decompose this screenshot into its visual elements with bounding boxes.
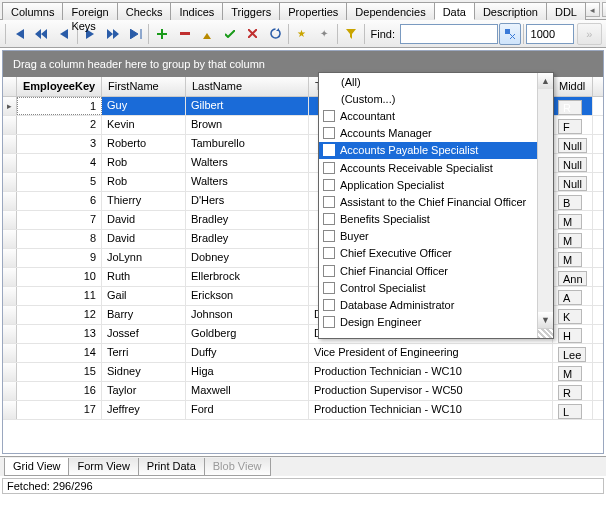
tab-properties[interactable]: Properties — [279, 2, 347, 20]
filter-option[interactable]: Design Engineer — [319, 314, 537, 331]
cell-middlename[interactable]: M — [553, 249, 593, 267]
cell-firstname[interactable]: Terri — [102, 344, 186, 362]
add-row-icon[interactable] — [151, 23, 173, 45]
nav-first-icon[interactable] — [8, 23, 30, 45]
cell-lastname[interactable]: Gilbert — [186, 97, 309, 115]
cell-employeekey[interactable]: 8 — [17, 230, 102, 248]
cell-middlename[interactable]: Lee — [553, 344, 593, 362]
cell-lastname[interactable]: Dobney — [186, 249, 309, 267]
cell-employeekey[interactable]: 7 — [17, 211, 102, 229]
filter-option[interactable]: Benefits Specialist — [319, 211, 537, 228]
scroll-up-icon[interactable]: ▲ — [538, 73, 553, 89]
tab-checks[interactable]: Checks — [117, 2, 172, 20]
cell-title[interactable]: Production Supervisor - WC50 — [309, 382, 553, 400]
find-options-icon[interactable] — [499, 23, 521, 45]
cell-employeekey[interactable]: 5 — [17, 173, 102, 191]
cell-middlename[interactable]: A — [553, 287, 593, 305]
filter-checkbox[interactable] — [323, 144, 335, 156]
cell-middlename[interactable]: M — [553, 363, 593, 381]
cell-employeekey[interactable]: 13 — [17, 325, 102, 343]
cell-middlename[interactable]: R — [553, 97, 593, 115]
cell-employeekey[interactable]: 6 — [17, 192, 102, 210]
cell-middlename[interactable]: K — [553, 306, 593, 324]
filter-option[interactable]: Database Administrator — [319, 296, 537, 313]
column-header-lastname[interactable]: LastName — [186, 77, 309, 96]
tab-foreign-keys[interactable]: Foreign Keys — [62, 2, 117, 20]
filter-checkbox[interactable] — [323, 316, 335, 328]
cell-lastname[interactable]: Walters — [186, 173, 309, 191]
cell-lastname[interactable]: D'Hers — [186, 192, 309, 210]
column-header-employeekey[interactable]: EmployeeKey — [17, 77, 102, 96]
cell-lastname[interactable]: Goldberg — [186, 325, 309, 343]
nav-last-icon[interactable] — [125, 23, 147, 45]
filter-option[interactable]: Chief Financial Officer — [319, 262, 537, 279]
table-row[interactable]: 14TerriDuffyVice President of Engineerin… — [3, 344, 603, 363]
filter-option[interactable]: Chief Executive Officer — [319, 245, 537, 262]
cell-employeekey[interactable]: 17 — [17, 401, 102, 419]
filter-checkbox[interactable] — [323, 196, 335, 208]
filter-option-special[interactable]: (All) — [319, 73, 537, 90]
bookmark-goto-icon[interactable]: ✦ — [313, 23, 335, 45]
cell-firstname[interactable]: Ruth — [102, 268, 186, 286]
tab-scroll-left[interactable]: ◂ — [585, 2, 600, 17]
cell-lastname[interactable]: Walters — [186, 154, 309, 172]
cell-middlename[interactable]: R — [553, 382, 593, 400]
filter-checkbox[interactable] — [323, 179, 335, 191]
cell-employeekey[interactable]: 3 — [17, 135, 102, 153]
filter-checkbox[interactable] — [323, 230, 335, 242]
cell-firstname[interactable]: JoLynn — [102, 249, 186, 267]
cell-lastname[interactable]: Bradley — [186, 230, 309, 248]
filter-checkbox[interactable] — [323, 282, 335, 294]
table-row[interactable]: 16TaylorMaxwellProduction Supervisor - W… — [3, 382, 603, 401]
filter-checkbox[interactable] — [323, 110, 335, 122]
nav-prev-page-icon[interactable] — [31, 23, 53, 45]
cell-employeekey[interactable]: 14 — [17, 344, 102, 362]
cell-employeekey[interactable]: 15 — [17, 363, 102, 381]
scroll-down-icon[interactable]: ▼ — [538, 312, 553, 328]
delete-row-icon[interactable] — [174, 23, 196, 45]
cell-title[interactable]: Production Technician - WC10 — [309, 363, 553, 381]
cell-lastname[interactable]: Brown — [186, 116, 309, 134]
table-row[interactable]: 17JeffreyFordProduction Technician - WC1… — [3, 401, 603, 420]
tab-columns[interactable]: Columns — [2, 2, 63, 20]
bottom-tab-print-data[interactable]: Print Data — [138, 458, 205, 476]
cell-firstname[interactable]: Jeffrey — [102, 401, 186, 419]
cell-employeekey[interactable]: 2 — [17, 116, 102, 134]
cell-employeekey[interactable]: 16 — [17, 382, 102, 400]
filter-option[interactable]: Control Specialist — [319, 279, 537, 296]
cell-title[interactable]: Production Technician - WC10 — [309, 401, 553, 419]
cell-firstname[interactable]: Kevin — [102, 116, 186, 134]
cell-lastname[interactable]: Higa — [186, 363, 309, 381]
cell-employeekey[interactable]: 12 — [17, 306, 102, 324]
tab-scroll-right[interactable]: ▸ — [602, 2, 606, 17]
cell-firstname[interactable]: Sidney — [102, 363, 186, 381]
column-header-middlename[interactable]: Middl — [553, 77, 593, 96]
cell-middlename[interactable]: Ann — [553, 268, 593, 286]
post-edit-icon[interactable] — [219, 23, 241, 45]
filter-checkbox[interactable] — [323, 213, 335, 225]
cell-firstname[interactable]: David — [102, 211, 186, 229]
cell-lastname[interactable]: Maxwell — [186, 382, 309, 400]
cell-lastname[interactable]: Bradley — [186, 211, 309, 229]
cell-middlename[interactable]: M — [553, 211, 593, 229]
table-row[interactable]: 15SidneyHigaProduction Technician - WC10… — [3, 363, 603, 382]
dropdown-scrollbar[interactable]: ▲ ▼ — [537, 73, 553, 338]
cell-middlename[interactable]: Null — [553, 173, 593, 191]
cell-employeekey[interactable]: 1 — [17, 97, 102, 115]
cell-employeekey[interactable]: 4 — [17, 154, 102, 172]
find-input[interactable] — [400, 24, 498, 44]
cell-lastname[interactable]: Ellerbrock — [186, 268, 309, 286]
cell-firstname[interactable]: Jossef — [102, 325, 186, 343]
cell-employeekey[interactable]: 11 — [17, 287, 102, 305]
cell-firstname[interactable]: David — [102, 230, 186, 248]
cell-lastname[interactable]: Tamburello — [186, 135, 309, 153]
filter-checkbox[interactable] — [323, 265, 335, 277]
tab-description[interactable]: Description — [474, 2, 547, 20]
filter-option[interactable]: Assistant to the Chief Financial Officer — [319, 193, 537, 210]
cell-firstname[interactable]: Gail — [102, 287, 186, 305]
tab-dependencies[interactable]: Dependencies — [346, 2, 434, 20]
filter-option[interactable]: Accounts Manager — [319, 125, 537, 142]
cell-firstname[interactable]: Taylor — [102, 382, 186, 400]
cell-firstname[interactable]: Guy — [102, 97, 186, 115]
cell-firstname[interactable]: Rob — [102, 154, 186, 172]
